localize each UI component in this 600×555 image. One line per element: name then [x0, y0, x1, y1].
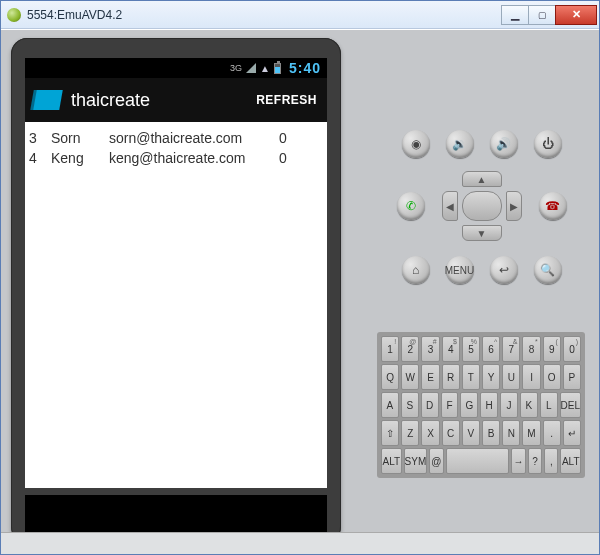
key-A[interactable]: A — [381, 392, 399, 418]
back-button[interactable]: ↩ — [490, 256, 518, 284]
app-action-bar: thaicreate REFRESH — [25, 78, 327, 122]
search-button[interactable]: 🔍 — [534, 256, 562, 284]
cell-num: 0 — [279, 150, 309, 166]
key-8[interactable]: 8* — [522, 336, 540, 362]
key-Z[interactable]: Z — [401, 420, 419, 446]
key-O[interactable]: O — [543, 364, 561, 390]
status-clock: 5:40 — [289, 60, 321, 76]
key-P[interactable]: P — [563, 364, 581, 390]
key-↵[interactable]: ↵ — [563, 420, 581, 446]
maximize-button[interactable] — [528, 5, 556, 25]
table-row[interactable]: 4 Keng keng@thaicreate.com 0 — [29, 148, 323, 168]
key-5[interactable]: 5% — [462, 336, 480, 362]
key-R[interactable]: R — [442, 364, 460, 390]
key-?[interactable]: ? — [528, 448, 542, 474]
key-J[interactable]: J — [500, 392, 518, 418]
power-button[interactable]: ⏻ — [534, 130, 562, 158]
window-buttons — [502, 5, 597, 25]
key-U[interactable]: U — [502, 364, 520, 390]
emulator-window: 5554:EmuAVD4.2 3G 5:40 thaicreate — [0, 0, 600, 555]
key-S[interactable]: S — [401, 392, 419, 418]
android-status-bar: 3G 5:40 — [25, 58, 327, 78]
menu-button[interactable]: MENU — [446, 256, 474, 284]
key-@[interactable]: @ — [429, 448, 443, 474]
call-button[interactable]: ✆ — [397, 192, 425, 220]
key-2[interactable]: 2@ — [401, 336, 419, 362]
dpad-left[interactable]: ◀ — [442, 191, 458, 221]
key-→[interactable]: → — [511, 448, 525, 474]
key-ALT[interactable]: ALT — [381, 448, 402, 474]
key-K[interactable]: K — [520, 392, 538, 418]
control-row-top: ◉ 🔉 🔊 ⏻ — [384, 130, 579, 158]
dpad: ✆ ▲ ▼ ◀ ▶ ☎ — [397, 170, 567, 242]
dpad-up[interactable]: ▲ — [462, 171, 502, 187]
key-N[interactable]: N — [502, 420, 520, 446]
nav-home-button[interactable] — [163, 504, 189, 527]
key-L[interactable]: L — [540, 392, 558, 418]
table-row[interactable]: 3 Sorn sorn@thaicreate.com 0 — [29, 128, 323, 148]
device-frame: 3G 5:40 thaicreate REFRESH 3 Sorn sorn@t… — [11, 38, 341, 543]
cell-name: Sorn — [51, 130, 109, 146]
key-I[interactable]: I — [522, 364, 540, 390]
key-4[interactable]: 4$ — [442, 336, 460, 362]
key-⇧[interactable]: ⇧ — [381, 420, 399, 446]
key-T[interactable]: T — [462, 364, 480, 390]
key-ALT[interactable]: ALT — [560, 448, 581, 474]
control-row-bottom: ⌂ MENU ↩ 🔍 — [384, 256, 579, 284]
key-V[interactable]: V — [462, 420, 480, 446]
refresh-button[interactable]: REFRESH — [256, 93, 317, 107]
dpad-cluster: ▲ ▼ ◀ ▶ — [438, 171, 526, 241]
nav-recent-button[interactable] — [264, 504, 290, 527]
key-X[interactable]: X — [421, 420, 439, 446]
home-button[interactable]: ⌂ — [402, 256, 430, 284]
dpad-down[interactable]: ▼ — [462, 225, 502, 241]
app-logo-icon — [33, 90, 63, 110]
end-call-button[interactable]: ☎ — [539, 192, 567, 220]
cell-email: keng@thaicreate.com — [109, 150, 279, 166]
key-M[interactable]: M — [522, 420, 540, 446]
volume-down-button[interactable]: 🔉 — [446, 130, 474, 158]
emulator-client: 3G 5:40 thaicreate REFRESH 3 Sorn sorn@t… — [1, 29, 599, 554]
cell-id: 4 — [29, 150, 51, 166]
cell-name: Keng — [51, 150, 109, 166]
key-E[interactable]: E — [421, 364, 439, 390]
key-,[interactable]: , — [544, 448, 558, 474]
key-SYM[interactable]: SYM — [404, 448, 428, 474]
key-space[interactable] — [446, 448, 510, 474]
window-title: 5554:EmuAVD4.2 — [27, 8, 502, 22]
key-Y[interactable]: Y — [482, 364, 500, 390]
device-screen: 3G 5:40 thaicreate REFRESH 3 Sorn sorn@t… — [25, 58, 327, 488]
key-DEL[interactable]: DEL — [560, 392, 581, 418]
key-9[interactable]: 9( — [543, 336, 561, 362]
camera-button[interactable]: ◉ — [402, 130, 430, 158]
dpad-center[interactable] — [462, 191, 502, 221]
key-D[interactable]: D — [421, 392, 439, 418]
key-B[interactable]: B — [482, 420, 500, 446]
window-footer — [1, 532, 599, 554]
dpad-right[interactable]: ▶ — [506, 191, 522, 221]
hardware-controls: ◉ 🔉 🔊 ⏻ ✆ ▲ ▼ ◀ ▶ ☎ ⌂ MENU ↩ — [384, 130, 579, 296]
key-F[interactable]: F — [441, 392, 459, 418]
key-W[interactable]: W — [401, 364, 419, 390]
key-1[interactable]: 1! — [381, 336, 399, 362]
close-button[interactable] — [555, 5, 597, 25]
signal-icon — [246, 63, 256, 73]
key-7[interactable]: 7& — [502, 336, 520, 362]
key-6[interactable]: 6^ — [482, 336, 500, 362]
nav-back-button[interactable] — [62, 504, 88, 527]
app-title: thaicreate — [71, 90, 256, 111]
cell-email: sorn@thaicreate.com — [109, 130, 279, 146]
key-H[interactable]: H — [480, 392, 498, 418]
key-3[interactable]: 3# — [421, 336, 439, 362]
minimize-button[interactable] — [501, 5, 529, 25]
network-3g-label: 3G — [230, 63, 242, 73]
key-0[interactable]: 0) — [563, 336, 581, 362]
key-.[interactable]: . — [543, 420, 561, 446]
cell-id: 3 — [29, 130, 51, 146]
key-G[interactable]: G — [460, 392, 478, 418]
cell-num: 0 — [279, 130, 309, 146]
key-C[interactable]: C — [442, 420, 460, 446]
volume-up-button[interactable]: 🔊 — [490, 130, 518, 158]
android-app-icon — [7, 8, 21, 22]
key-Q[interactable]: Q — [381, 364, 399, 390]
